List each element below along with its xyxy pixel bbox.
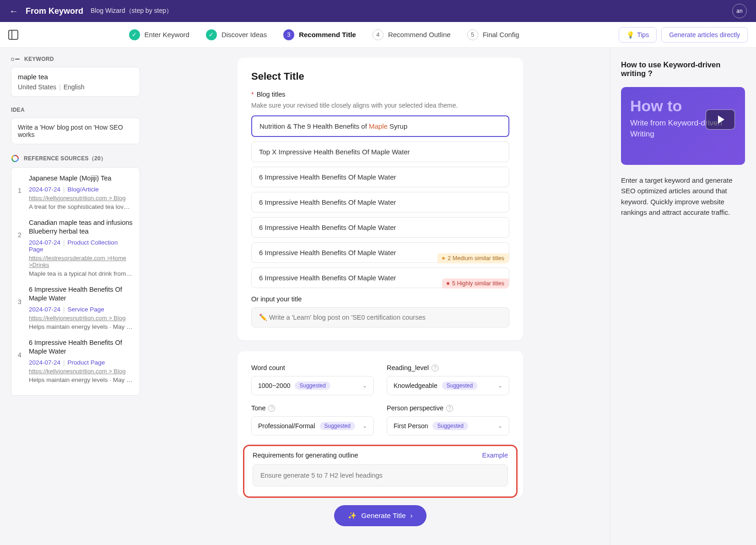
keyword-box[interactable]: maple tea United States|English — [11, 67, 140, 97]
help-icon[interactable]: ? — [432, 365, 438, 371]
custom-title-input[interactable] — [251, 307, 509, 327]
sidebar-toggle-icon[interactable] — [8, 30, 18, 40]
avatar[interactable]: an — [732, 4, 747, 18]
chevron-down-icon: ⌄ — [498, 382, 502, 389]
step-final-config[interactable]: 5 Final Config — [467, 29, 519, 40]
required-star-icon: * — [251, 91, 254, 98]
help-title: How to use Keyword-driven writing ? — [621, 60, 745, 78]
reading-level-select[interactable]: KnowledgeableSuggested ⌄ — [387, 376, 509, 395]
chevron-right-icon: › — [410, 512, 413, 520]
check-icon: ✓ — [129, 29, 140, 40]
title-option[interactable]: Top X Impressive Health Benefits Of Mapl… — [251, 142, 509, 162]
page-title: From Keyword — [26, 6, 83, 16]
help-icon[interactable]: ? — [268, 405, 275, 412]
word-count-label: Word count — [251, 364, 374, 371]
title-option[interactable]: 6 Impressive Health Benefits Of Maple Wa… — [251, 167, 509, 187]
example-link[interactable]: Example — [482, 452, 508, 459]
step-discover-ideas[interactable]: ✓ Discover Ideas — [206, 29, 267, 40]
generate-direct-button[interactable]: Generate articles directly — [661, 27, 748, 43]
sparkle-icon: ✨ — [348, 512, 356, 520]
google-icon — [11, 154, 19, 163]
reference-list: 1 Japanese Maple (Mojiji) Tea 2024-07-24… — [11, 167, 140, 396]
step-number: 4 — [373, 29, 383, 40]
step-recommend-title[interactable]: 3 Recommend Title — [283, 29, 356, 40]
reference-item[interactable]: 1 Japanese Maple (Mojiji) Tea 2024-07-24… — [18, 174, 133, 210]
page-subtitle: Blog Wizard（step by step） — [91, 7, 173, 15]
title-option[interactable]: 6 Impressive Health Benefits Of Maple Wa… — [251, 217, 509, 238]
title-option[interactable]: 6 Impressive Health Benefits Of Maple Wa… — [251, 242, 509, 263]
select-title-card: Select Title * Blog titles Make sure you… — [238, 58, 523, 340]
generate-title-button[interactable]: ✨ Generate Title › — [334, 505, 427, 526]
step-enter-keyword[interactable]: ✓ Enter Keyword — [129, 29, 189, 40]
references-section-label: REFERENCE SOURCES（20） — [11, 154, 140, 163]
title-option[interactable]: 6 Impressive Health Benefits Of Maple Wa… — [251, 192, 509, 213]
reference-url[interactable]: https://lestresorsderable.com >Home >Dri… — [29, 255, 133, 268]
video-thumbnail[interactable]: How to Write from Keyword-driven Writing — [621, 87, 745, 165]
requirements-input[interactable] — [253, 464, 508, 486]
person-perspective-label: Person perspective ? — [387, 404, 509, 412]
step-recommend-outline[interactable]: 4 Recommend Outline — [373, 29, 451, 40]
step-number: 3 — [283, 29, 294, 40]
tone-label: Tone ? — [251, 404, 374, 412]
help-icon[interactable]: ? — [446, 405, 453, 412]
title-option[interactable]: Nutrition & The 9 Health Benefits of Map… — [251, 115, 509, 137]
requirements-label: Requirements for generating outline — [253, 452, 358, 459]
reference-url[interactable]: https://kellyjonesnutrition.com > Blog — [29, 368, 133, 375]
steps-bar: ✓ Enter Keyword ✓ Discover Ideas 3 Recom… — [0, 22, 756, 48]
reading-level-label: Reading_level ? — [387, 364, 509, 371]
chevron-down-icon: ⌄ — [362, 382, 367, 389]
reference-url[interactable]: https://kellyjonesnutrition.com > Blog — [29, 315, 133, 322]
steps-list: ✓ Enter Keyword ✓ Discover Ideas 3 Recom… — [29, 29, 619, 40]
blog-titles-help: Make sure your revised title closely ali… — [251, 102, 509, 109]
key-icon — [11, 58, 20, 61]
step-number: 5 — [467, 29, 478, 40]
keyword-value: maple tea — [18, 73, 133, 81]
lightbulb-icon: 💡 — [626, 31, 634, 38]
blog-titles-label: * Blog titles — [251, 91, 509, 98]
top-header: ← From Keyword Blog Wizard（step by step）… — [0, 0, 756, 22]
check-icon: ✓ — [206, 29, 217, 40]
reference-item[interactable]: 2 Canadian maple teas and infusions Blue… — [18, 218, 133, 277]
sidebar: KEYWORD maple tea United States|English … — [0, 48, 151, 545]
idea-box[interactable]: Write a 'How' blog post on 'How SEO work… — [11, 118, 140, 144]
tips-button[interactable]: 💡 Tips — [619, 27, 657, 43]
person-perspective-select[interactable]: First PersonSuggested ⌄ — [387, 416, 509, 436]
similarity-badge-high: 5 Highly similar titles — [442, 278, 509, 289]
back-arrow-icon[interactable]: ← — [9, 6, 18, 16]
chevron-down-icon: ⌄ — [498, 423, 502, 429]
title-option[interactable]: 6 Impressive Health Benefits Of Maple Wa… — [251, 267, 509, 288]
custom-title-label: Or input your title — [251, 295, 509, 303]
settings-card: Word count 1000~2000Suggested ⌄ Reading_… — [238, 351, 523, 498]
reference-url[interactable]: https://kellyjonesnutrition.com > Blog — [29, 195, 133, 202]
play-icon[interactable] — [706, 109, 735, 130]
main-content: Select Title * Blog titles Make sure you… — [216, 48, 545, 545]
requirements-highlight-box: Requirements for generating outline Exam… — [243, 445, 518, 498]
reference-item[interactable]: 4 6 Impressive Health Benefits Of Maple … — [18, 338, 133, 383]
word-count-select[interactable]: 1000~2000Suggested ⌄ — [251, 376, 374, 395]
reference-item[interactable]: 3 6 Impressive Health Benefits Of Maple … — [18, 285, 133, 330]
keyword-meta: United States|English — [18, 83, 133, 91]
help-description: Enter a target keyword and generate SEO … — [621, 175, 745, 218]
tone-select[interactable]: Professional/FormalSuggested ⌄ — [251, 416, 374, 436]
card-heading: Select Title — [251, 71, 509, 82]
help-panel: How to use Keyword-driven writing ? How … — [610, 48, 756, 545]
keyword-section-label: KEYWORD — [11, 56, 140, 62]
chevron-down-icon: ⌄ — [362, 423, 367, 429]
similarity-badge-medium: 2 Medium similar titles — [437, 253, 509, 263]
idea-section-label: IDEA — [11, 107, 140, 113]
